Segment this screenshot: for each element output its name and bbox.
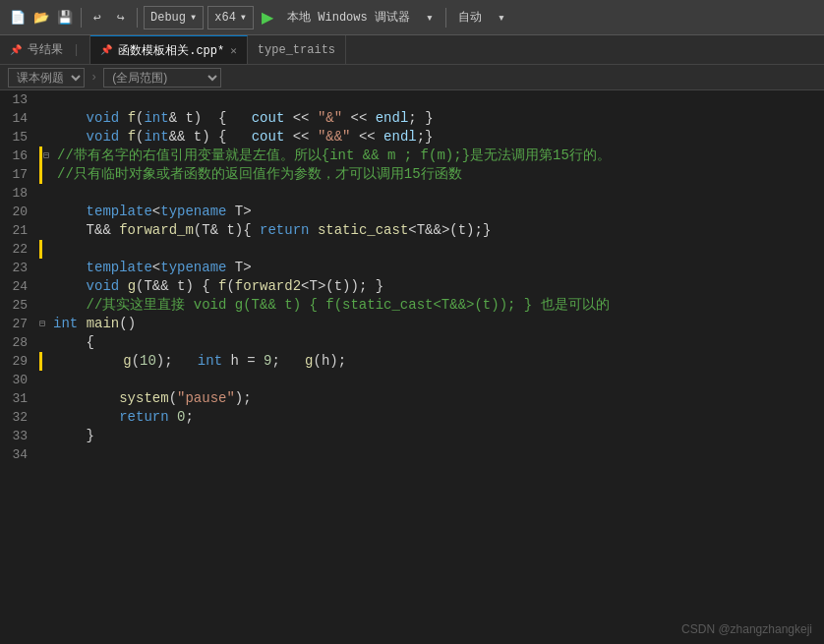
token: 9 (264, 352, 271, 371)
token: return (260, 221, 309, 240)
line-number-24: 24 (4, 277, 28, 296)
debug-config-dropdown[interactable]: Debug ▾ (144, 6, 204, 29)
auto-arrow: ▾ (492, 8, 511, 28)
tab-type-traits-label: type_traits (258, 43, 335, 57)
local-debugger-label: 本地 Windows 调试器 (281, 7, 416, 28)
tab-main-cpp-pin: 📌 (100, 44, 112, 56)
collapse-icon-27[interactable]: ⊟ (39, 315, 51, 333)
token: ( (136, 128, 144, 146)
tab-results[interactable]: 📌 号结果 | (0, 35, 90, 64)
breadcrumb-arrow: › (90, 71, 97, 85)
token: <T&&>(t);} (408, 221, 491, 240)
code-line-34 (39, 445, 824, 464)
auto-label: 自动 (452, 7, 488, 28)
token: (h); (314, 352, 347, 371)
code-line-14: void f(int& t) { cout << "&" << endl; } (39, 109, 824, 128)
undo-icon[interactable]: ↩ (88, 8, 107, 28)
yellow-marker-17 (39, 165, 42, 184)
token: f (128, 128, 136, 146)
arch-dropdown[interactable]: x64 ▾ (207, 6, 254, 29)
token: main (87, 315, 120, 333)
save-icon[interactable]: 💾 (55, 8, 75, 28)
debug-config-label: Debug (150, 11, 186, 25)
token: (T& t){ (194, 221, 260, 240)
yellow-marker-22 (39, 240, 42, 259)
open-file-icon[interactable]: 📂 (31, 8, 51, 28)
tab-main-cpp-close[interactable]: ✕ (230, 44, 237, 57)
token: endl (376, 109, 409, 128)
token: T> (226, 259, 251, 277)
line-number-25: 25 (4, 296, 28, 315)
token: "&" (318, 109, 342, 128)
line-number-20: 20 (4, 203, 28, 221)
token: 0 (177, 408, 185, 427)
token: void (87, 109, 120, 128)
token: << (351, 128, 384, 146)
code-line-30 (39, 371, 824, 389)
line-number-13: 13 (4, 90, 28, 109)
toolbar: 📄 📂 💾 ↩ ↪ Debug ▾ x64 ▾ ▶ 本地 Windows 调试器… (0, 0, 824, 35)
token: ( (136, 109, 144, 128)
code-line-18 (39, 184, 824, 203)
token (57, 352, 123, 371)
token: int (198, 352, 222, 371)
token: ; } (408, 109, 433, 128)
token: void (87, 128, 120, 146)
token: 10 (140, 352, 156, 371)
breadcrumb-bar: 课本例题 › (全局范围) (0, 65, 824, 90)
code-line-33: } (39, 427, 824, 445)
line-number-15: 15 (4, 128, 28, 146)
code-line-29: g(10); int h = 9; g(h); (39, 352, 824, 371)
token: template (87, 203, 152, 221)
tab-main-cpp[interactable]: 📌 函数模板相关.cpp* ✕ (90, 35, 248, 64)
code-line-27: ⊟int main() (39, 315, 824, 333)
sep2 (137, 8, 138, 28)
redo-icon[interactable]: ↪ (111, 8, 131, 28)
token: ( (226, 277, 234, 296)
yellow-marker-16 (39, 146, 42, 165)
code-line-20: template<typename T> (39, 203, 824, 221)
token: int (144, 128, 168, 146)
token: int (144, 109, 168, 128)
token: <T>(t)); } (301, 277, 383, 296)
code-line-13 (39, 90, 824, 109)
run-button[interactable]: ▶ (258, 6, 277, 29)
tab-type-traits[interactable]: type_traits (248, 35, 346, 64)
line-number-33: 33 (4, 427, 28, 445)
line-number-30: 30 (4, 371, 28, 389)
line-number-14: 14 (4, 109, 28, 128)
breadcrumb-scope-dropdown[interactable]: (全局范围) (103, 68, 221, 88)
code-line-24: void g(T&& t) { f(forward2<T>(t)); } (39, 277, 824, 296)
tab-results-pin: 📌 (10, 44, 22, 56)
token (53, 203, 87, 221)
line-number-22: 22 (4, 240, 28, 259)
collapse-icon-16[interactable]: ⊟ (43, 146, 55, 165)
code-line-15: void f(int&& t) { cout << "&&" << endl;} (39, 128, 824, 146)
token: ;} (417, 128, 434, 146)
token: T> (226, 203, 251, 221)
token: //带有名字的右值引用变量就是左值。所以{int && m ; f(m);}是无… (57, 146, 611, 165)
token: ; (272, 352, 306, 371)
token: & t) { (169, 109, 252, 128)
tabs-bar: 📌 号结果 | 📌 函数模板相关.cpp* ✕ type_traits (0, 35, 824, 65)
token: } (53, 427, 94, 445)
code-content[interactable]: void f(int& t) { cout << "&" << endl; } … (35, 90, 824, 644)
token: typename (160, 259, 226, 277)
token: template (87, 259, 152, 277)
token: void (87, 277, 120, 296)
code-line-28: { (39, 333, 824, 352)
token: static_cast (318, 221, 408, 240)
token: forward2 (235, 277, 301, 296)
new-file-icon[interactable]: 📄 (8, 8, 28, 28)
token: int (53, 315, 78, 333)
token: << (342, 109, 376, 128)
debug-config-arrow: ▾ (190, 10, 197, 25)
code-line-16: ⊟//带有名字的右值引用变量就是左值。所以{int && m ; f(m);}是… (39, 146, 824, 165)
code-line-25: //其实这里直接 void g(T&& t) { f(static_cast<T… (39, 296, 824, 315)
debugger-arrow: ▾ (420, 8, 440, 28)
token: forward_m (119, 221, 194, 240)
token (119, 128, 127, 146)
token: ; (185, 408, 193, 427)
token: { (53, 333, 94, 352)
breadcrumb-left-dropdown[interactable]: 课本例题 (8, 68, 85, 88)
